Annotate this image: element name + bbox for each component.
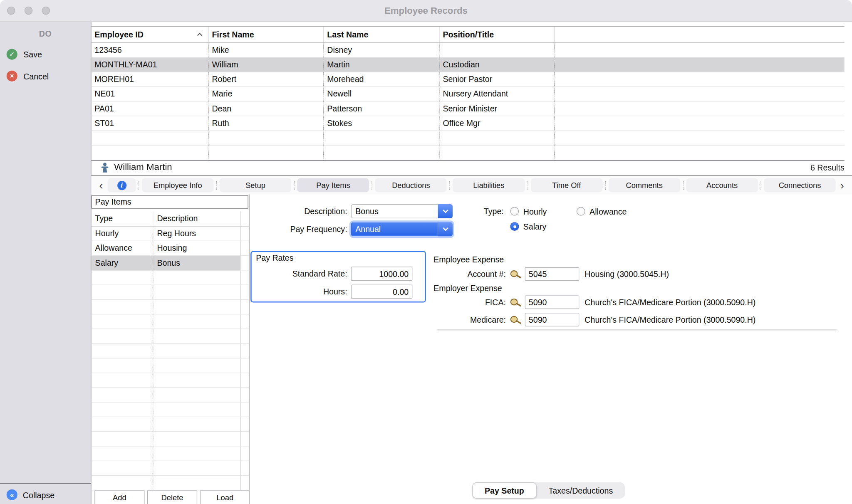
column-header-employee-id[interactable]: Employee ID: [91, 27, 208, 42]
load-button[interactable]: Load: [200, 490, 250, 504]
pay-rates-title: Pay Rates: [256, 253, 293, 263]
tab-info[interactable]: i: [108, 178, 136, 192]
column-header-label: Last Name: [327, 30, 368, 39]
pay-item-row-empty: [91, 358, 249, 373]
column-header-first-name[interactable]: First Name: [208, 27, 323, 42]
tab-connections[interactable]: Connections: [764, 178, 836, 192]
delete-button[interactable]: Delete: [147, 490, 197, 504]
tab-menu-dots-icon[interactable]: [528, 181, 528, 190]
tab-menu-dots-icon[interactable]: [605, 181, 606, 190]
cell-empty: [554, 87, 844, 101]
description-label: Description:: [249, 204, 347, 218]
results-count: 6 Results: [810, 163, 852, 172]
radio-allowance[interactable]: Allowance: [577, 204, 627, 218]
tab-pay-items[interactable]: Pay Items: [297, 178, 369, 192]
window-controls: [7, 7, 50, 15]
tab-pay-setup[interactable]: Pay Setup: [472, 482, 537, 499]
tab-menu-dots-icon[interactable]: [450, 181, 450, 190]
collapse-button[interactable]: « Collapse: [7, 487, 54, 503]
radio-circle-icon: [510, 207, 519, 216]
medicare-lookup-icon[interactable]: [509, 315, 522, 324]
cell-last-name: Morehead: [323, 72, 439, 87]
cell-first-name: Robert: [208, 72, 323, 87]
tab-accounts[interactable]: Accounts: [686, 178, 758, 192]
medicare-account-input[interactable]: [525, 313, 580, 326]
pay-item-row-empty: [91, 344, 249, 358]
radio-selected-icon: [510, 222, 519, 231]
pay-item-row[interactable]: Hourly Reg Hours: [91, 227, 249, 241]
scrollbar-gutter: [240, 241, 249, 256]
type-label: Type:: [467, 204, 504, 218]
table-row[interactable]: 123456 Mike Disney: [91, 43, 844, 57]
record-header: William Martin 6 Results: [91, 159, 852, 176]
account-number-input[interactable]: [525, 267, 580, 281]
description-dropdown[interactable]: Bonus: [351, 204, 453, 218]
cell-first-name: Mike: [208, 43, 323, 57]
employee-table: Employee ID First Name Last Name Positio…: [91, 26, 844, 161]
tab-menu-dots-icon[interactable]: [294, 181, 295, 190]
add-button[interactable]: Add: [94, 490, 144, 504]
pay-frequency-value: Annual: [351, 222, 438, 236]
save-button[interactable]: ✓ Save: [7, 47, 42, 62]
sort-ascending-icon: [197, 32, 203, 36]
column-header-description[interactable]: Description: [153, 211, 240, 226]
fica-account-input[interactable]: [525, 296, 580, 309]
account-lookup-icon[interactable]: [509, 269, 522, 279]
tab-menu-dots-icon[interactable]: [683, 181, 683, 190]
table-row[interactable]: MOREH01 Robert Morehead Senior Pastor: [91, 72, 844, 87]
close-window-icon[interactable]: [7, 7, 15, 15]
radio-hourly[interactable]: Hourly: [510, 204, 547, 218]
pay-item-row-empty: [91, 373, 249, 388]
standard-rate-input[interactable]: [351, 267, 413, 281]
dropdown-button[interactable]: [438, 204, 453, 218]
cell-position: Senior Minister: [439, 101, 554, 116]
column-header-last-name[interactable]: Last Name: [323, 27, 439, 42]
table-row-selected[interactable]: MONTHLY-MA01 William Martin Custodian: [91, 57, 844, 72]
table-row[interactable]: ST01 Ruth Stokes Office Mgr: [91, 116, 844, 131]
zoom-window-icon[interactable]: [42, 7, 50, 15]
tab-deductions[interactable]: Deductions: [375, 178, 447, 192]
pay-item-detail: Description: Bonus Pay Frequency: Annual: [249, 195, 852, 504]
cancel-button[interactable]: × Cancel: [7, 69, 49, 84]
tab-liabilities[interactable]: Liabilities: [453, 178, 525, 192]
cell-first-name: William: [208, 57, 323, 72]
pay-frequency-dropdown[interactable]: Annual: [351, 222, 453, 236]
pay-item-row[interactable]: Allowance Housing: [91, 241, 249, 256]
radio-salary-selected[interactable]: Salary: [510, 220, 546, 234]
tab-time-off[interactable]: Time Off: [530, 178, 602, 192]
cell-empty: [554, 116, 844, 131]
cell-employee-id: PA01: [91, 101, 208, 116]
fica-lookup-icon[interactable]: [509, 298, 522, 307]
tab-comments[interactable]: Comments: [608, 178, 680, 192]
column-header-position[interactable]: Position/Title: [439, 27, 554, 42]
pay-item-row-empty: [91, 300, 249, 314]
table-row-empty: [91, 146, 844, 160]
account-description: Housing (3000.5045.H): [585, 267, 669, 282]
cell-first-name: Ruth: [208, 116, 323, 131]
cell-position: Senior Pastor: [439, 72, 554, 87]
tab-menu-dots-icon[interactable]: [372, 181, 372, 190]
column-header-type[interactable]: Type: [91, 211, 153, 226]
pay-item-row-empty: [91, 476, 249, 490]
table-row[interactable]: PA01 Dean Patterson Senior Minister: [91, 101, 844, 116]
sidebar: DO ✓ Save × Cancel « Collapse: [0, 22, 91, 504]
tab-menu-dots-icon[interactable]: [760, 181, 761, 190]
tab-taxes-deductions[interactable]: Taxes/Deductions: [537, 482, 625, 499]
hours-input[interactable]: [351, 284, 413, 299]
dropdown-button[interactable]: [438, 222, 453, 236]
cell-position: Nursery Attendant: [439, 87, 554, 101]
tabs-scroll-left-button[interactable]: ‹: [94, 178, 107, 192]
tab-menu-dots-icon[interactable]: [216, 181, 217, 190]
tabs-scroll-right-button[interactable]: ›: [836, 178, 849, 192]
tab-employee-info[interactable]: Employee Info: [142, 178, 214, 192]
description-value: Bonus: [351, 204, 438, 218]
tab-menu-dots-icon[interactable]: [139, 181, 139, 190]
pay-item-row-selected[interactable]: Salary Bonus: [91, 256, 249, 270]
column-header-gutter: [240, 211, 249, 226]
account-number-label: Account #:: [429, 267, 506, 282]
fica-label: FICA:: [429, 296, 506, 310]
tab-setup[interactable]: Setup: [220, 178, 292, 192]
minimize-window-icon[interactable]: [25, 7, 33, 15]
table-row[interactable]: NE01 Marie Newell Nursery Attendant: [91, 87, 844, 101]
cell-employee-id: MONTHLY-MA01: [91, 57, 208, 72]
